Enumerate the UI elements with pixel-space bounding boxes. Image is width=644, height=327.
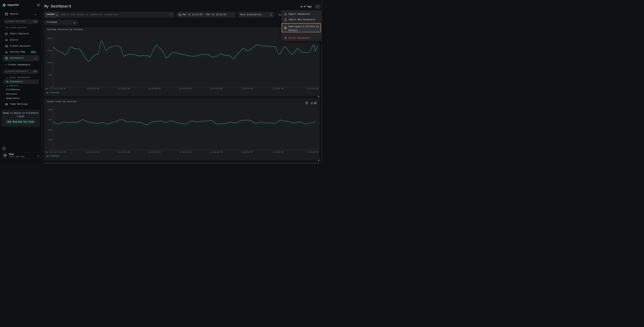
svg-text:Mar 12 12:21:00 PM: Mar 12 12:21:00 PM	[46, 88, 66, 90]
svg-text:280K: 280K	[47, 37, 52, 39]
svg-text:1:21:00 PM: 1:21:00 PM	[307, 88, 318, 90]
svg-text:0: 0	[50, 149, 52, 151]
svg-text:12:51:00 PM: 12:51:00 PM	[179, 88, 192, 90]
svg-text:600: 600	[48, 108, 52, 111]
svg-text:12:44:00 PM: 12:44:00 PM	[148, 151, 161, 153]
svg-text:12:44:00 PM: 12:44:00 PM	[148, 88, 161, 90]
svg-text:12:51:00 PM: 12:51:00 PM	[179, 151, 192, 153]
svg-text:70K: 70K	[48, 74, 52, 76]
svg-text:150: 150	[48, 139, 52, 141]
svg-text:1:05:00 PM: 1:05:00 PM	[242, 88, 252, 90]
svg-text:12:58:00 PM: 12:58:00 PM	[210, 88, 222, 90]
svg-text:12:30:00 PM: 12:30:00 PM	[86, 151, 99, 153]
svg-text:210K: 210K	[47, 50, 52, 52]
svg-text:12:58:00 PM: 12:58:00 PM	[210, 151, 222, 153]
svg-text:Mar 12 12:21:00 PM: Mar 12 12:21:00 PM	[46, 151, 66, 153]
svg-text:12:37:00 PM: 12:37:00 PM	[118, 88, 130, 90]
svg-text:140K: 140K	[47, 62, 52, 64]
svg-text:1:21:00 PM: 1:21:00 PM	[307, 151, 318, 153]
svg-text:12:30:00 PM: 12:30:00 PM	[86, 88, 99, 90]
svg-text:300: 300	[48, 129, 52, 131]
svg-text:12:37:00 PM: 12:37:00 PM	[118, 151, 130, 153]
svg-text:1:05:00 PM: 1:05:00 PM	[242, 151, 252, 153]
svg-text:1:12:00 PM: 1:12:00 PM	[272, 151, 284, 153]
svg-text:450: 450	[48, 119, 52, 121]
svg-text:1:12:00 PM: 1:12:00 PM	[272, 88, 284, 90]
